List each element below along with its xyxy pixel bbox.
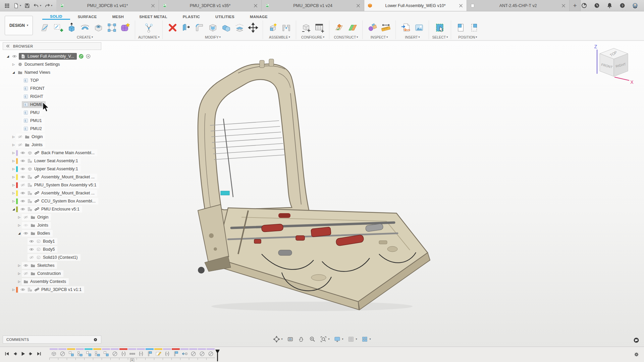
expander-collapsed-icon[interactable]: ▷ <box>11 191 16 195</box>
pb-skip-start-button[interactable] <box>4 351 10 357</box>
timeline-ruler[interactable]: + <box>49 358 215 360</box>
timeline-feature-joint-mirror[interactable] <box>137 348 145 357</box>
visibility-toggle-icon[interactable] <box>20 174 25 180</box>
tool-pattern[interactable] <box>105 20 118 35</box>
browser-row[interactable]: Body5 <box>3 245 101 253</box>
expand-comments-icon[interactable] <box>93 338 98 342</box>
tool-shell[interactable] <box>206 20 219 35</box>
browser-row[interactable]: ◢Bodies <box>3 229 101 237</box>
expander-collapsed-icon[interactable]: ▷ <box>11 159 16 163</box>
ribbon-tab-manage[interactable]: MANAGE <box>242 13 275 20</box>
timeline-feature-circle[interactable] <box>110 348 119 357</box>
tool-generative-design[interactable] <box>142 20 156 35</box>
group-label-assemble[interactable]: ASSEMBLE▾ <box>269 35 290 39</box>
group-label-modify[interactable]: MODIFY▾ <box>205 35 221 39</box>
visibility-toggle-icon[interactable] <box>23 223 29 228</box>
expander-collapsed-icon[interactable]: ▷ <box>11 151 16 155</box>
workspace-switcher-button[interactable]: DESIGN ▾ <box>5 16 33 35</box>
timeline-feature-component[interactable] <box>102 348 110 357</box>
browser-row[interactable]: ▷Assembly Contexts <box>3 278 101 286</box>
document-tab[interactable]: PMU_3DPCB v1 v41* <box>56 0 159 11</box>
tool-press-pull[interactable] <box>179 20 193 35</box>
new-tab-button[interactable]: + <box>570 0 581 11</box>
expander-collapsed-icon[interactable]: ▷ <box>11 135 16 138</box>
document-tab[interactable]: PMU_3DPCB v1 v24 <box>262 0 364 11</box>
browser-row[interactable]: FRONT <box>3 84 101 93</box>
document-tab[interactable]: Lower Full Assembly_WEG v10* <box>364 0 467 11</box>
extensions-icon[interactable] <box>581 2 588 9</box>
pb-step-back-button[interactable] <box>12 351 18 357</box>
browser-row[interactable]: ▷PMU_System Box Assembly v5:1 <box>3 181 101 189</box>
tool-delete[interactable] <box>166 20 179 35</box>
browser-row[interactable]: ▷Lower Seat Assembly:1 <box>3 157 101 165</box>
browser-row[interactable]: ▷Upper Seat Assembly:1 <box>3 165 101 173</box>
context-badge-icon[interactable] <box>86 54 91 59</box>
expander-collapsed-icon[interactable]: ▷ <box>11 288 16 291</box>
expander-collapsed-icon[interactable]: ▷ <box>11 167 16 171</box>
browser-header[interactable]: BROWSER <box>3 42 101 50</box>
ribbon-tab-surface[interactable]: SURFACE <box>70 13 105 20</box>
expander-expanded-icon[interactable]: ◢ <box>5 55 10 58</box>
tool-joint[interactable] <box>279 20 293 35</box>
group-label-create[interactable]: CREATE▾ <box>77 35 93 39</box>
tool-configuration[interactable] <box>299 20 313 35</box>
browser-row[interactable]: ▷Joints <box>3 221 101 229</box>
group-label-inspect[interactable]: INSPECT▾ <box>371 35 388 39</box>
browser-item[interactable]: Bodies <box>22 230 53 237</box>
visibility-toggle[interactable] <box>10 53 18 60</box>
close-tab-icon[interactable] <box>356 3 361 8</box>
browser-row[interactable]: HOME <box>3 101 101 109</box>
nav-pan-button[interactable] <box>298 336 305 343</box>
expander-collapsed-icon[interactable]: ▷ <box>11 175 16 179</box>
close-tab-icon[interactable] <box>253 3 258 8</box>
tool-revert-position[interactable] <box>468 20 481 35</box>
browser-item[interactable]: Construction <box>22 270 63 277</box>
timeline-group-expand-icon[interactable]: + <box>130 358 134 362</box>
browser-row[interactable]: PMU2 <box>3 125 101 133</box>
group-label-select[interactable]: SELECT▾ <box>432 35 448 39</box>
browser-item[interactable]: Body1 <box>28 238 57 245</box>
visibility-toggle-icon[interactable] <box>23 263 29 268</box>
timeline-feature-joint[interactable] <box>75 348 84 357</box>
visibility-toggle-icon[interactable] <box>20 198 25 204</box>
tool-insert-canvas[interactable] <box>412 20 426 35</box>
tool-offset-plane[interactable] <box>346 20 359 35</box>
tool-sketch[interactable] <box>38 20 51 35</box>
avatar-icon[interactable] <box>632 2 639 9</box>
tool-hole[interactable] <box>92 20 105 35</box>
save-button[interactable] <box>24 3 30 9</box>
timeline-position-marker[interactable] <box>215 349 220 362</box>
browser-item[interactable]: Joints <box>22 222 51 229</box>
browser-item[interactable]: PMU2 <box>22 125 45 132</box>
expander-collapsed-icon[interactable]: ▷ <box>17 264 22 267</box>
browser-row[interactable]: Body1 <box>3 237 101 245</box>
ribbon-tab-mesh[interactable]: MESH <box>105 13 131 20</box>
timeline-feature-component[interactable] <box>84 348 93 357</box>
timeline-settings-icon[interactable] <box>634 347 644 357</box>
timeline-feature-position-revert[interactable] <box>180 348 189 357</box>
file-doc-button[interactable]: ▾ <box>13 3 21 9</box>
expander-expanded-icon[interactable]: ◢ <box>11 207 16 211</box>
tool-capture-position[interactable] <box>454 20 468 35</box>
browser-row[interactable]: ▷Sketches <box>3 261 101 269</box>
timeline-feature-component[interactable] <box>67 348 75 357</box>
feedback-bubble-icon[interactable] <box>633 337 639 343</box>
browser-item[interactable]: FRONT <box>22 85 47 92</box>
tool-configuration-table[interactable] <box>313 20 326 35</box>
browser-item[interactable]: Upper Seat Assembly:1 <box>19 166 81 172</box>
timeline-feature-circle[interactable] <box>189 348 198 357</box>
notifications-icon[interactable] <box>606 2 613 9</box>
browser-item[interactable]: Lower Seat Assembly:1 <box>19 158 81 164</box>
browser-item[interactable]: PMU Enclosure v5:1 <box>19 206 82 213</box>
timeline-feature-sketch-edit[interactable] <box>154 348 163 357</box>
pb-step-forward-button[interactable] <box>28 351 34 357</box>
tool-midplane[interactable] <box>332 20 346 35</box>
visibility-toggle-icon[interactable] <box>20 287 25 292</box>
tool-new-component[interactable] <box>266 20 279 35</box>
visibility-toggle-icon[interactable] <box>20 182 25 188</box>
browser-item[interactable]: RIGHT <box>22 93 46 100</box>
help-icon[interactable]: ? <box>619 2 626 9</box>
group-label-position[interactable]: POSITION▾ <box>458 35 477 39</box>
group-label-insert[interactable]: INSERT▾ <box>405 35 420 39</box>
browser-row[interactable]: ▷Document Settings <box>3 60 101 68</box>
